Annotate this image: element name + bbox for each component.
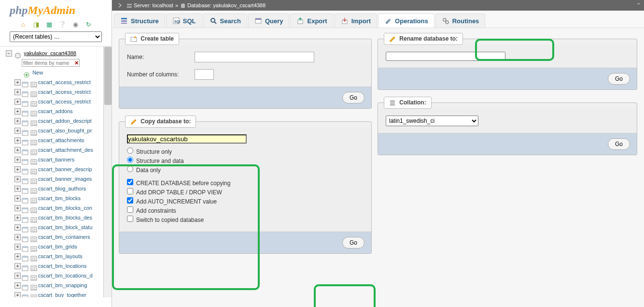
table-name-input[interactable] [195,52,314,62]
table-browse-icon[interactable] [22,263,28,270]
tree-table-link[interactable]: cscart_access_restrict [38,99,91,104]
table-browse-icon[interactable] [22,253,28,260]
tree-database-link[interactable]: yakulakov_cscart4388 [24,50,76,56]
table-browse-icon[interactable] [22,118,28,125]
tree-table-link[interactable]: cscart_bm_layouts [38,253,83,259]
tree-table-link[interactable]: cscart_attachment_des [38,147,93,153]
tab-export[interactable]: Export [290,14,333,28]
tree-expand-icon[interactable]: + [14,292,21,297]
tree-table-link[interactable]: cscart_addon_descript [38,118,92,124]
columns-input[interactable] [195,69,214,80]
tree-table-link[interactable]: cscart_bm_locations_d [38,273,93,278]
settings-icon[interactable]: ◉ [71,21,79,29]
chk-switch[interactable]: Switch to copied database [127,216,364,225]
table-browse-icon[interactable] [22,282,28,289]
tree-filter-clear-icon[interactable]: ✕ [74,60,79,66]
tree-expand-icon[interactable]: + [14,108,21,115]
table-browse-icon[interactable] [22,224,28,231]
tree-table-link[interactable]: cscart_also_bought_pr [38,128,92,133]
table-browse-icon[interactable] [22,176,28,183]
breadcrumb-server[interactable]: Server: localhost [134,1,173,10]
tree-expand-icon[interactable]: + [14,205,21,211]
tree-table-link[interactable]: cscart_bm_blocks_con [38,205,92,211]
tab-routines[interactable]: Routines [435,14,486,28]
chk-drop[interactable]: Add DROP TABLE / DROP VIEW [127,188,364,197]
reload-icon[interactable]: ↻ [84,21,92,29]
tab-search[interactable]: Search [203,14,247,28]
tree-expand-icon[interactable]: + [14,89,21,95]
tree-expand-icon[interactable]: + [14,253,21,260]
tree-expand-icon[interactable]: + [14,118,21,124]
tree-table-link[interactable]: cscart_blog_authors [38,186,86,191]
tree-expand-icon[interactable]: + [14,215,21,221]
exit-icon[interactable]: ◨ [32,21,40,29]
table-browse-icon[interactable] [22,244,28,250]
tree-table-link[interactable]: cscart_attachments [38,137,84,143]
radio-data-only[interactable]: Data only [127,166,364,175]
tree-expand-icon[interactable]: + [14,224,21,231]
tree-table-link[interactable]: cscart_bm_grids [38,244,77,249]
tree-scrollbar[interactable] [103,46,112,297]
collation-select[interactable]: latin1_swedish_ci [386,116,478,126]
tree-table-link[interactable]: cscart_bm_containers [38,234,90,240]
tree-table-link[interactable]: cscart_banner_descrip [38,166,92,172]
table-browse-icon[interactable] [22,147,28,154]
tree-table-link[interactable]: cscart_banners [38,157,74,162]
tree-table-link[interactable]: cscart_addons [38,108,73,114]
tab-import[interactable]: Import [335,14,377,28]
chk-constraints[interactable]: Add constraints [127,206,364,216]
table-browse-icon[interactable] [22,205,28,212]
tree-expand-icon[interactable]: + [14,79,21,86]
radio-structure-data[interactable]: Structure and data [127,157,364,166]
tree-expand-icon[interactable]: + [14,244,21,250]
tree-expand-icon[interactable]: + [14,166,21,173]
tree-expand-icon[interactable]: + [14,157,21,163]
tab-sql[interactable]: SQL SQL [166,14,202,28]
tree-table-link[interactable]: cscart_bm_locations [38,263,86,269]
tree-expand-icon[interactable]: + [14,273,21,279]
breadcrumb-toggle-icon[interactable] [117,2,124,9]
rename-db-go-button[interactable]: Go [608,73,630,85]
table-browse-icon[interactable] [22,234,28,241]
recent-tables-select[interactable]: (Recent tables) … [10,31,102,42]
tree-expand-icon[interactable]: + [14,234,21,240]
tab-structure[interactable]: Structure [114,14,165,28]
tree-table-link[interactable]: cscart_access_restrict [38,89,91,95]
table-browse-icon[interactable] [22,89,28,96]
table-browse-icon[interactable] [22,186,28,192]
create-table-go-button[interactable]: Go [342,92,364,103]
table-browse-icon[interactable] [22,195,28,202]
tree-collapse-icon[interactable]: − [6,50,12,57]
radio-structure-only[interactable]: Structure only [127,147,364,157]
tree-expand-icon[interactable]: + [14,176,21,182]
tree-expand-icon[interactable]: + [14,147,21,153]
table-browse-icon[interactable] [22,157,28,163]
sql-icon[interactable]: ▦ [45,21,53,29]
docs-icon[interactable]: ❔ [58,21,66,29]
tree-table-link[interactable]: cscart_bm_blocks_des [38,215,92,220]
collation-go-button[interactable]: Go [608,138,630,150]
tree-table-link[interactable]: cscart_banner_images [38,176,92,182]
breadcrumb-database[interactable]: Database: yakulakov_cscart4388 [187,1,266,10]
tree-expand-icon[interactable]: + [14,128,21,134]
tree-expand-icon[interactable]: + [14,137,21,144]
rename-db-input[interactable] [386,52,505,61]
home-icon[interactable]: ⌂ [19,21,27,29]
tree-expand-icon[interactable]: + [14,99,21,105]
tree-table-link[interactable]: cscart_bm_blocks [38,195,81,201]
tree-expand-icon[interactable]: + [14,282,21,289]
tree-table-link[interactable]: cscart_buy_together [38,292,86,297]
tree-table-link[interactable]: cscart_bm_snapping [38,282,87,288]
table-browse-icon[interactable] [22,79,28,86]
copy-db-go-button[interactable]: Go [342,237,364,249]
tree-new-link[interactable]: New [32,70,43,75]
tree-table-link[interactable]: cscart_access_restrict [38,79,91,85]
table-browse-icon[interactable] [22,128,28,134]
tab-query[interactable]: Query [248,14,290,28]
tree-table-link[interactable]: cscart_bm_block_statu [38,224,93,230]
chk-autoinc[interactable]: Add AUTO_INCREMENT value [127,197,364,206]
tree-filter-input[interactable] [22,59,80,67]
table-browse-icon[interactable] [22,292,28,297]
table-browse-icon[interactable] [22,166,28,173]
chk-create-db[interactable]: CREATE DATABASE before copying [127,179,364,188]
